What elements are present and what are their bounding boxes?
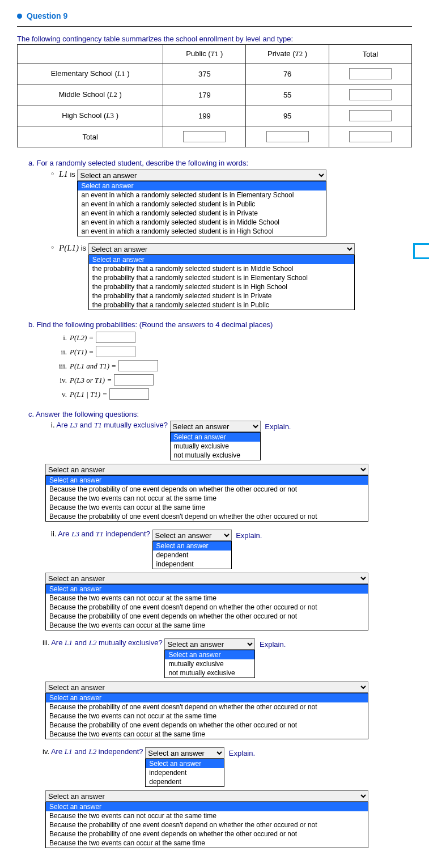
col-blank — [18, 45, 163, 63]
pl1t1-input[interactable] — [118, 360, 158, 371]
is-label: is — [70, 170, 75, 179]
question-title: Question 9 — [27, 11, 67, 20]
row-label: Middle School (L2 ) — [18, 84, 163, 105]
pl1-select[interactable]: Select an answer — [88, 243, 355, 255]
total-input-c1[interactable] — [183, 131, 226, 142]
c3-reason-select[interactable]: Select an answer — [45, 681, 368, 693]
c2-reason-dropdown[interactable]: Select an answer Because the two events … — [45, 584, 368, 630]
a-pl1-item: P(L1) is Select an answer Select an answ… — [51, 243, 412, 310]
question-bullet-icon — [17, 14, 22, 19]
contingency-table: Public (T1 ) Private (T2 ) Total Element… — [17, 44, 412, 147]
c3-reason-dropdown[interactable]: Select an answer Because the probability… — [45, 693, 368, 739]
table-row: Total — [18, 126, 412, 147]
c4-reason-dropdown[interactable]: Select an answer Because the two events … — [45, 802, 368, 848]
question-header: Question 9 — [17, 11, 412, 20]
c4-reason-select[interactable]: Select an answer — [45, 790, 368, 802]
table-row: Middle School (L2 ) 179 55 — [18, 84, 412, 105]
c1-reason-dropdown[interactable]: Select an answer Because the probability… — [45, 475, 368, 522]
total-input-r1[interactable] — [349, 68, 392, 79]
is-label: is — [81, 244, 86, 252]
pl1-symbol: P(L1) — [59, 243, 79, 252]
c2-reason-select[interactable]: Select an answer — [45, 573, 368, 584]
col-private: Private (T2 ) — [246, 45, 329, 63]
highlight-box — [413, 243, 429, 259]
c3-dropdown[interactable]: Select an answer mutually exclusive not … — [164, 650, 255, 678]
total-input-r3[interactable] — [349, 110, 392, 121]
total-input-c2[interactable] — [266, 131, 309, 142]
pt1-input[interactable] — [96, 346, 135, 357]
c1-select[interactable]: Select an answer — [170, 421, 261, 432]
grand-total-input[interactable] — [349, 131, 392, 142]
pl2-input[interactable] — [96, 332, 135, 343]
table-row: High School (L3 ) 199 95 — [18, 105, 412, 126]
pl3t1-input[interactable] — [114, 374, 154, 386]
c2-dropdown[interactable]: Select an answer dependent independent — [152, 541, 232, 569]
c3-select[interactable]: Select an answer — [164, 638, 255, 650]
c4-select[interactable]: Select an answer — [145, 747, 224, 759]
l1-select[interactable]: Select an answer — [77, 170, 326, 181]
total-input-r2[interactable] — [349, 89, 392, 100]
part-c-title: c. Answer the following questions: — [28, 410, 412, 418]
row-label: High School (L3 ) — [18, 105, 163, 126]
l1-symbol: L1 — [59, 170, 68, 179]
c2-select[interactable]: Select an answer — [152, 530, 232, 541]
intro-text: The following contingency table summariz… — [17, 35, 412, 43]
table-row: Elementary School (L1 ) 375 76 — [18, 63, 412, 84]
a-l1-item: L1 is Select an answer Select an answer … — [51, 170, 412, 236]
pl1ct1-input[interactable] — [109, 388, 149, 400]
pl1-dropdown[interactable]: Select an answer the probability that a … — [88, 255, 355, 310]
part-b-title: b. Find the following probabilities: (Ro… — [28, 320, 412, 329]
c1-reason-select[interactable]: Select an answer — [45, 464, 368, 475]
c1-dropdown[interactable]: Select an answer mutually exclusive not … — [170, 432, 261, 460]
col-public: Public (T1 ) — [163, 45, 246, 63]
c4-dropdown[interactable]: Select an answer independent dependent — [145, 759, 224, 787]
part-a-title: a. For a randomly selected student, desc… — [28, 159, 412, 167]
row-label: Elementary School (L1 ) — [18, 63, 163, 84]
divider — [17, 26, 412, 27]
l1-dropdown[interactable]: Select an answer an event in which a ran… — [77, 181, 326, 236]
col-total: Total — [329, 45, 411, 63]
